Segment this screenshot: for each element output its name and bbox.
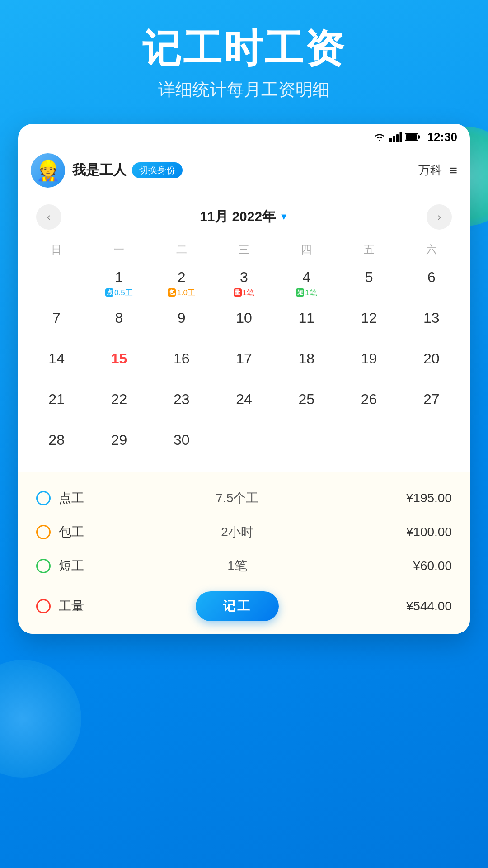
calendar-day[interactable]: 24: [213, 386, 275, 427]
calendar-day[interactable]: 16: [150, 345, 213, 386]
svg-rect-5: [418, 135, 420, 139]
summary-row[interactable]: 包工2小时¥100.00: [32, 515, 456, 549]
status-bar: 12:30: [18, 124, 470, 149]
calendar-day[interactable]: 1点0.5工: [88, 264, 150, 305]
calendar-day[interactable]: 18: [275, 345, 338, 386]
calendar-day[interactable]: 22: [88, 386, 150, 427]
summary-row[interactable]: 短工1笔¥60.00: [32, 549, 456, 583]
calendar-day[interactable]: 13: [400, 305, 463, 345]
calendar-day[interactable]: 9: [150, 305, 213, 345]
prev-month-button[interactable]: ‹: [36, 204, 61, 230]
svg-rect-1: [393, 136, 395, 142]
day-number: 25: [298, 391, 314, 408]
calendar-day[interactable]: 14: [25, 345, 88, 386]
calendar-day[interactable]: 28: [25, 427, 88, 467]
tag-dot-icon: 点: [105, 288, 113, 297]
calendar-day[interactable]: 6: [400, 264, 463, 305]
user-name: 我是工人: [72, 161, 127, 179]
day-number: 18: [298, 350, 314, 367]
weekday-label: 四: [275, 239, 338, 260]
summary-row[interactable]: 点工7.5个工¥195.00: [32, 481, 456, 515]
weekday-label: 五: [338, 239, 400, 260]
avatar: 👷: [31, 153, 65, 188]
month-year-display[interactable]: 11月 2022年 ▼: [200, 208, 288, 226]
summary-label: 工量: [59, 598, 95, 615]
calendar-weekdays: 日一二三四五六: [18, 234, 470, 262]
summary-amount: 2小时: [95, 524, 380, 541]
day-tag: 短1笔: [296, 288, 317, 298]
summary-price: ¥195.00: [380, 491, 452, 505]
calendar-day[interactable]: 26: [338, 386, 400, 427]
calendar-day[interactable]: 3量1笔: [213, 264, 275, 305]
circle-icon: [36, 525, 51, 539]
day-tag: 量1笔: [234, 288, 254, 298]
calendar-day[interactable]: 5: [338, 264, 400, 305]
calendar-day[interactable]: 27: [400, 386, 463, 427]
calendar-day[interactable]: 2包1.0工: [150, 264, 213, 305]
day-number: 16: [174, 350, 190, 367]
calendar-day[interactable]: 29: [88, 427, 150, 467]
circle-icon: [36, 491, 51, 505]
day-number: 0: [240, 431, 248, 448]
calendar-day[interactable]: 30: [150, 427, 213, 467]
weekday-label: 二: [150, 239, 213, 260]
calendar-day[interactable]: 17: [213, 345, 275, 386]
calendar-day[interactable]: 25: [275, 386, 338, 427]
summary-label: 点工: [59, 490, 95, 507]
calendar-days-grid[interactable]: 01点0.5工2包1.0工3量1笔4短1笔5678910111213141516…: [18, 262, 470, 472]
status-time: 12:30: [427, 130, 458, 144]
summary-price: ¥544.00: [380, 599, 452, 613]
day-tags: 点0.5工: [105, 288, 133, 298]
weekday-label: 一: [88, 239, 150, 260]
weekday-label: 六: [400, 239, 463, 260]
calendar-day: 0: [25, 264, 88, 305]
hero-subtitle: 详细统计每月工资明细: [18, 78, 470, 101]
calendar-day[interactable]: 7: [25, 305, 88, 345]
inline-record-button[interactable]: 记工: [196, 591, 279, 621]
day-tag: 点0.5工: [105, 288, 133, 298]
next-month-button[interactable]: ›: [427, 204, 452, 230]
calendar-day[interactable]: 20: [400, 345, 463, 386]
calendar-day[interactable]: 4短1笔: [275, 264, 338, 305]
svg-rect-0: [389, 138, 392, 142]
day-tags: 包1.0工: [168, 288, 195, 298]
tag-text: 1笔: [243, 288, 254, 298]
day-tag: 包1.0工: [168, 288, 195, 298]
circle-icon: [36, 599, 51, 613]
day-number: 14: [48, 350, 65, 367]
calendar-day: 0: [213, 427, 275, 467]
phone-card: 12:30 👷 我是工人 切换身份 万科 ≡ ‹ 11月 2022年 ▼ › 日…: [18, 124, 470, 634]
calendar-day[interactable]: 12: [338, 305, 400, 345]
day-number: 30: [174, 431, 190, 448]
day-number: 23: [174, 391, 190, 408]
summary-amount: 1笔: [95, 557, 380, 575]
calendar-day[interactable]: 8: [88, 305, 150, 345]
calendar-day: 0: [338, 427, 400, 467]
calendar-nav: ‹ 11月 2022年 ▼ ›: [18, 195, 470, 234]
battery-icon: [405, 132, 420, 142]
day-number: 5: [365, 269, 373, 286]
tag-dot-icon: 包: [168, 288, 176, 297]
day-number: 12: [361, 309, 377, 326]
summary-amount: 7.5个工: [95, 490, 380, 507]
day-number: 9: [178, 309, 186, 326]
switch-badge[interactable]: 切换身份: [132, 162, 183, 178]
status-icons: [372, 132, 420, 142]
calendar-day[interactable]: 23: [150, 386, 213, 427]
tag-text: 1笔: [305, 288, 317, 298]
menu-icon[interactable]: ≡: [449, 163, 457, 178]
day-number: 17: [236, 350, 252, 367]
signal-icon: [389, 132, 402, 142]
calendar-day[interactable]: 19: [338, 345, 400, 386]
calendar-day[interactable]: 11: [275, 305, 338, 345]
calendar-day[interactable]: 15: [88, 345, 150, 386]
tag-text: 0.5工: [114, 288, 133, 298]
day-number: 1: [115, 269, 123, 286]
day-number: 28: [48, 431, 65, 448]
wifi-icon: [372, 132, 387, 142]
calendar-day[interactable]: 10: [213, 305, 275, 345]
day-number: 19: [361, 350, 377, 367]
summary-row[interactable]: 工量记工¥544.00: [32, 583, 456, 629]
calendar-day[interactable]: 21: [25, 386, 88, 427]
day-number: 0: [302, 431, 310, 448]
